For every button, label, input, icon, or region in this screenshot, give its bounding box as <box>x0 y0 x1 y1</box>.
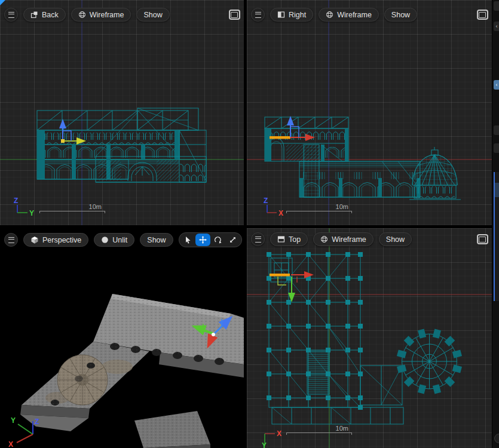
scale-label: 10m <box>286 425 352 432</box>
viewport-back[interactable]: Z Y Back Wireframe Show 10m <box>0 0 244 225</box>
viewport-options-menu-button[interactable] <box>251 8 265 22</box>
show-button[interactable]: Show <box>379 232 412 246</box>
scale-label: 10m <box>39 203 105 211</box>
maximize-viewport-button[interactable] <box>228 10 240 20</box>
perspective-view-icon <box>30 236 39 244</box>
view-mode-button[interactable]: Unlit <box>94 233 134 247</box>
dock-tab-chip[interactable] <box>494 125 499 135</box>
show-label: Show <box>147 236 166 244</box>
scale-line <box>286 211 352 211</box>
viewport-type-button-right[interactable]: Right <box>270 8 313 22</box>
collapse-panel-chevron-active[interactable]: ‹ <box>494 80 499 90</box>
wireframe-mode-icon <box>78 11 86 19</box>
axis-z-label: Z <box>264 197 268 205</box>
viewport-perspective[interactable]: Z Y X Perspective Unlit Show <box>0 228 244 448</box>
docked-panel-edge <box>494 172 499 301</box>
view-mode-label: Wireframe <box>332 235 366 244</box>
perspective-view-canvas[interactable]: Z Y X <box>0 228 244 448</box>
scale-bar: 10m <box>39 203 105 211</box>
viewport-right[interactable]: Z X Right Wireframe Show 10m <box>247 0 492 225</box>
collapse-panel-chevron[interactable]: ‹ <box>494 22 499 31</box>
axis-y-label: Y <box>11 416 16 425</box>
viewport-top[interactable]: X Y Top Wireframe Show 10m <box>247 228 492 448</box>
axis-x-label: X <box>8 440 13 448</box>
show-button[interactable]: Show <box>140 233 173 247</box>
axis-z-label: Z <box>35 418 39 426</box>
right-view-icon <box>277 11 285 19</box>
dock-window-icon[interactable] <box>494 1 499 11</box>
view-mode-label: Wireframe <box>90 11 124 19</box>
scale-tool-icon <box>229 236 237 244</box>
move-tool-icon <box>199 236 207 244</box>
axis-indicator: Z X <box>264 197 283 217</box>
viewport-type-label: Back <box>42 11 59 19</box>
viewport-type-label: Right <box>289 11 306 19</box>
select-tool-button[interactable] <box>180 234 195 246</box>
scale-tool-button[interactable] <box>225 234 240 246</box>
maximize-viewport-button[interactable] <box>476 234 488 245</box>
view-mode-button[interactable]: Wireframe <box>313 232 374 246</box>
scale-bar: 10m <box>286 203 352 211</box>
right-view-canvas[interactable]: Z X <box>247 0 492 225</box>
show-label: Show <box>391 11 410 19</box>
show-button[interactable]: Show <box>136 8 169 22</box>
view-mode-button[interactable]: Wireframe <box>319 8 379 22</box>
axis-y-label: Y <box>29 209 34 217</box>
viewport-options-menu-button[interactable] <box>4 233 18 247</box>
axis-indicator: Z Y X <box>8 416 39 448</box>
axis-indicator: Z Y <box>14 197 34 217</box>
viewport-type-button-back[interactable]: Back <box>23 8 66 22</box>
wireframe-mode-icon <box>320 235 328 243</box>
show-label: Show <box>386 235 405 244</box>
transform-tool-group <box>179 232 242 247</box>
scale-bar: 10m <box>286 425 352 433</box>
maximize-icon <box>229 10 240 20</box>
view-mode-label: Wireframe <box>337 11 372 19</box>
unlit-mode-icon <box>101 236 109 244</box>
axis-z-label: Z <box>14 197 18 205</box>
world-axis-lines <box>0 0 244 225</box>
rotunda-plan <box>397 329 462 394</box>
maximize-viewport-button[interactable] <box>476 10 488 20</box>
viewport-focus-corner <box>0 0 5 5</box>
hamburger-icon <box>255 12 261 18</box>
wireframe-mode-icon <box>326 11 333 19</box>
select-cursor-icon <box>184 236 192 244</box>
building-mesh-perspective <box>20 294 244 448</box>
axis-y-label: Y <box>262 441 267 448</box>
actor-tab-chip[interactable] <box>494 143 499 153</box>
hamburger-icon <box>8 237 14 243</box>
maximize-icon <box>477 10 488 20</box>
axis-x-label: X <box>278 209 283 217</box>
view-mode-button[interactable]: Wireframe <box>71 8 131 22</box>
chevron-left-icon: ‹ <box>496 82 498 88</box>
scale-line <box>39 211 105 211</box>
view-mode-label: Unlit <box>112 236 127 244</box>
viewport-options-menu-button[interactable] <box>4 8 18 22</box>
show-button[interactable]: Show <box>384 8 417 22</box>
dock-menu-button-partial[interactable] <box>494 434 499 443</box>
chevron-left-icon: ‹ <box>496 23 498 29</box>
viewport-type-label: Top <box>289 235 301 244</box>
viewport-type-label: Perspective <box>42 236 81 244</box>
viewport-options-menu-button[interactable] <box>251 232 265 246</box>
rotate-tool-button[interactable] <box>210 234 225 246</box>
back-view-icon <box>30 11 38 19</box>
move-tool-button[interactable] <box>195 234 210 246</box>
building-wireframe-right <box>265 117 461 200</box>
viewport-type-button-top[interactable]: Top <box>270 232 308 246</box>
rotate-tool-icon <box>214 236 222 244</box>
viewport-type-button-perspective[interactable]: Perspective <box>23 233 88 247</box>
top-view-icon <box>277 235 285 243</box>
hamburger-icon <box>8 12 14 18</box>
scale-label: 10m <box>286 203 352 211</box>
building-wireframe-back <box>37 108 206 182</box>
top-view-canvas[interactable]: X Y <box>247 228 492 448</box>
hamburger-icon <box>255 237 261 243</box>
docked-panel-field <box>495 183 499 197</box>
building-plan-top <box>267 252 462 424</box>
axis-x-label: X <box>277 429 281 438</box>
back-view-canvas[interactable]: Z Y <box>0 0 244 225</box>
axis-indicator: X Y <box>262 429 281 448</box>
maximize-icon <box>477 234 488 244</box>
